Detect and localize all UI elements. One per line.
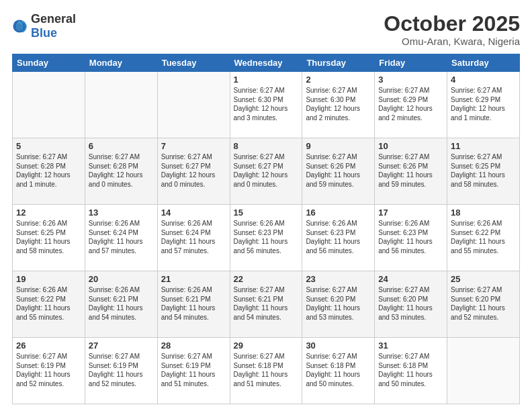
weekday-header-cell: Monday xyxy=(85,54,157,72)
calendar-cell: 31 Sunrise: 6:27 AMSunset: 6:18 PMDaylig… xyxy=(375,338,447,404)
calendar-cell: 10 Sunrise: 6:27 AMSunset: 6:26 PMDaylig… xyxy=(375,138,447,205)
cell-info: Sunrise: 6:27 AMSunset: 6:27 PMDaylight:… xyxy=(161,153,216,188)
calendar-table: SundayMondayTuesdayWednesdayThursdayFrid… xyxy=(12,54,520,404)
day-number: 29 xyxy=(234,340,299,351)
day-number: 16 xyxy=(306,208,371,218)
calendar-cell xyxy=(447,338,520,404)
cell-info: Sunrise: 6:26 AMSunset: 6:21 PMDaylight:… xyxy=(89,286,143,321)
cell-info: Sunrise: 6:26 AMSunset: 6:24 PMDaylight:… xyxy=(161,220,216,255)
calendar-week-row: 12 Sunrise: 6:26 AMSunset: 6:25 PMDaylig… xyxy=(13,205,520,271)
cell-info: Sunrise: 6:27 AMSunset: 6:26 PMDaylight:… xyxy=(378,153,433,188)
day-number: 26 xyxy=(16,340,81,351)
day-number: 22 xyxy=(234,274,299,284)
day-number: 21 xyxy=(161,274,226,284)
calendar-cell: 3 Sunrise: 6:27 AMSunset: 6:29 PMDayligh… xyxy=(375,72,447,138)
cell-info: Sunrise: 6:27 AMSunset: 6:19 PMDaylight:… xyxy=(161,353,216,387)
calendar-cell: 17 Sunrise: 6:26 AMSunset: 6:23 PMDaylig… xyxy=(375,205,447,271)
cell-info: Sunrise: 6:27 AMSunset: 6:26 PMDaylight:… xyxy=(306,153,360,188)
calendar-cell: 14 Sunrise: 6:26 AMSunset: 6:24 PMDaylig… xyxy=(157,205,230,271)
cell-info: Sunrise: 6:27 AMSunset: 6:28 PMDaylight:… xyxy=(16,153,71,188)
weekday-header-row: SundayMondayTuesdayWednesdayThursdayFrid… xyxy=(13,54,520,72)
day-number: 23 xyxy=(306,274,371,284)
location-title: Omu-Aran, Kwara, Nigeria xyxy=(384,36,520,47)
day-number: 10 xyxy=(378,141,443,151)
day-number: 27 xyxy=(89,340,154,351)
logo-text: General Blue xyxy=(31,12,76,40)
cell-info: Sunrise: 6:27 AMSunset: 6:28 PMDaylight:… xyxy=(89,153,143,188)
cell-info: Sunrise: 6:27 AMSunset: 6:18 PMDaylight:… xyxy=(306,353,360,387)
cell-info: Sunrise: 6:26 AMSunset: 6:21 PMDaylight:… xyxy=(161,286,216,321)
month-title: October 2025 xyxy=(384,12,520,36)
cell-info: Sunrise: 6:27 AMSunset: 6:27 PMDaylight:… xyxy=(234,153,288,188)
calendar-cell: 1 Sunrise: 6:27 AMSunset: 6:30 PMDayligh… xyxy=(230,72,302,138)
day-number: 24 xyxy=(378,274,443,284)
cell-info: Sunrise: 6:26 AMSunset: 6:23 PMDaylight:… xyxy=(306,220,360,255)
cell-info: Sunrise: 6:26 AMSunset: 6:25 PMDaylight:… xyxy=(16,220,71,255)
cell-info: Sunrise: 6:27 AMSunset: 6:18 PMDaylight:… xyxy=(234,353,288,387)
calendar-cell xyxy=(85,72,157,138)
day-number: 25 xyxy=(451,274,516,284)
cell-info: Sunrise: 6:27 AMSunset: 6:29 PMDaylight:… xyxy=(451,87,505,122)
cell-info: Sunrise: 6:26 AMSunset: 6:23 PMDaylight:… xyxy=(378,220,433,255)
cell-info: Sunrise: 6:27 AMSunset: 6:21 PMDaylight:… xyxy=(234,286,288,321)
day-number: 30 xyxy=(306,340,371,351)
calendar-week-row: 26 Sunrise: 6:27 AMSunset: 6:19 PMDaylig… xyxy=(13,338,520,404)
day-number: 11 xyxy=(451,141,516,151)
calendar-cell: 22 Sunrise: 6:27 AMSunset: 6:21 PMDaylig… xyxy=(230,271,302,338)
weekday-header-cell: Tuesday xyxy=(157,54,230,72)
calendar-cell xyxy=(157,72,230,138)
calendar-cell: 4 Sunrise: 6:27 AMSunset: 6:29 PMDayligh… xyxy=(447,72,520,138)
calendar-week-row: 5 Sunrise: 6:27 AMSunset: 6:28 PMDayligh… xyxy=(13,138,520,205)
calendar-cell: 21 Sunrise: 6:26 AMSunset: 6:21 PMDaylig… xyxy=(157,271,230,338)
day-number: 7 xyxy=(161,141,226,151)
calendar-cell xyxy=(13,72,85,138)
calendar-cell: 8 Sunrise: 6:27 AMSunset: 6:27 PMDayligh… xyxy=(230,138,302,205)
calendar-cell: 15 Sunrise: 6:26 AMSunset: 6:23 PMDaylig… xyxy=(230,205,302,271)
calendar-cell: 2 Sunrise: 6:27 AMSunset: 6:30 PMDayligh… xyxy=(302,72,375,138)
day-number: 14 xyxy=(161,208,226,218)
calendar-cell: 28 Sunrise: 6:27 AMSunset: 6:19 PMDaylig… xyxy=(157,338,230,404)
cell-info: Sunrise: 6:27 AMSunset: 6:25 PMDaylight:… xyxy=(451,153,505,188)
day-number: 1 xyxy=(234,75,299,85)
calendar-cell: 16 Sunrise: 6:26 AMSunset: 6:23 PMDaylig… xyxy=(302,205,375,271)
cell-info: Sunrise: 6:26 AMSunset: 6:24 PMDaylight:… xyxy=(89,220,143,255)
day-number: 5 xyxy=(16,141,81,151)
logo: General Blue xyxy=(12,12,76,40)
weekday-header-cell: Wednesday xyxy=(230,54,302,72)
day-number: 8 xyxy=(234,141,299,151)
calendar-cell: 11 Sunrise: 6:27 AMSunset: 6:25 PMDaylig… xyxy=(447,138,520,205)
logo-general: General xyxy=(31,12,76,26)
cell-info: Sunrise: 6:26 AMSunset: 6:23 PMDaylight:… xyxy=(234,220,288,255)
calendar-cell: 9 Sunrise: 6:27 AMSunset: 6:26 PMDayligh… xyxy=(302,138,375,205)
calendar-week-row: 19 Sunrise: 6:26 AMSunset: 6:22 PMDaylig… xyxy=(13,271,520,338)
day-number: 9 xyxy=(306,141,371,151)
logo-blue: Blue xyxy=(31,26,57,40)
weekday-header-cell: Friday xyxy=(375,54,447,72)
cell-info: Sunrise: 6:27 AMSunset: 6:30 PMDaylight:… xyxy=(234,87,288,122)
day-number: 15 xyxy=(234,208,299,218)
day-number: 3 xyxy=(378,75,443,85)
day-number: 28 xyxy=(161,340,226,351)
cell-info: Sunrise: 6:27 AMSunset: 6:29 PMDaylight:… xyxy=(378,87,433,122)
header-right: October 2025 Omu-Aran, Kwara, Nigeria xyxy=(384,12,520,47)
day-number: 31 xyxy=(378,340,443,351)
calendar-cell: 30 Sunrise: 6:27 AMSunset: 6:18 PMDaylig… xyxy=(302,338,375,404)
calendar-cell: 26 Sunrise: 6:27 AMSunset: 6:19 PMDaylig… xyxy=(13,338,85,404)
calendar-cell: 12 Sunrise: 6:26 AMSunset: 6:25 PMDaylig… xyxy=(13,205,85,271)
day-number: 13 xyxy=(89,208,154,218)
cell-info: Sunrise: 6:27 AMSunset: 6:19 PMDaylight:… xyxy=(89,353,143,387)
calendar-cell: 25 Sunrise: 6:27 AMSunset: 6:20 PMDaylig… xyxy=(447,271,520,338)
calendar-cell: 5 Sunrise: 6:27 AMSunset: 6:28 PMDayligh… xyxy=(13,138,85,205)
cell-info: Sunrise: 6:27 AMSunset: 6:20 PMDaylight:… xyxy=(378,286,433,321)
calendar-cell: 18 Sunrise: 6:26 AMSunset: 6:22 PMDaylig… xyxy=(447,205,520,271)
weekday-header-cell: Sunday xyxy=(13,54,85,72)
day-number: 19 xyxy=(16,274,81,284)
calendar-cell: 7 Sunrise: 6:27 AMSunset: 6:27 PMDayligh… xyxy=(157,138,230,205)
calendar-cell: 6 Sunrise: 6:27 AMSunset: 6:28 PMDayligh… xyxy=(85,138,157,205)
calendar-body: 1 Sunrise: 6:27 AMSunset: 6:30 PMDayligh… xyxy=(13,72,520,404)
day-number: 17 xyxy=(378,208,443,218)
calendar-cell: 24 Sunrise: 6:27 AMSunset: 6:20 PMDaylig… xyxy=(375,271,447,338)
day-number: 2 xyxy=(306,75,371,85)
day-number: 12 xyxy=(16,208,81,218)
cell-info: Sunrise: 6:26 AMSunset: 6:22 PMDaylight:… xyxy=(16,286,71,321)
